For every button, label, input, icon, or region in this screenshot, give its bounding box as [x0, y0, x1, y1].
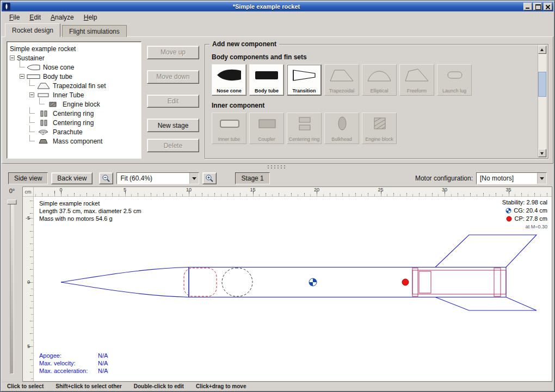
- vertical-ruler: -5 0 5: [23, 197, 34, 381]
- zoom-out-button[interactable]: [99, 172, 113, 184]
- scroll-up-icon[interactable]: [538, 46, 546, 54]
- tree-item-centering-ring-1[interactable]: Centering ring: [8, 109, 140, 118]
- design-panel: Simple example rocket Sustainer Nose con…: [2, 36, 553, 164]
- tree-item-mass-component[interactable]: Mass component: [8, 136, 140, 146]
- menu-edit[interactable]: Edit: [25, 13, 45, 22]
- add-trapezoidal-fin-button[interactable]: Trapezoidal: [324, 64, 359, 96]
- freeform-fin-icon: [403, 67, 430, 85]
- slider-handle[interactable]: [8, 200, 17, 204]
- add-nose-cone-button[interactable]: Nose cone: [212, 64, 246, 96]
- tab-rocket-design[interactable]: Rocket design: [5, 23, 60, 37]
- maximize-button[interactable]: [533, 3, 542, 10]
- app-icon[interactable]: [3, 3, 10, 10]
- tree-item-engine-block[interactable]: Engine block: [8, 99, 140, 109]
- stability-info: Stability: 2.98 cal CG: 20.4 cm CP: 27.8…: [502, 198, 547, 231]
- tree-connector: [39, 98, 45, 104]
- edit-button[interactable]: Edit: [147, 95, 199, 108]
- move-down-button[interactable]: Move down: [147, 70, 199, 84]
- add-transition-button[interactable]: Transition: [287, 64, 322, 96]
- zoom-select[interactable]: Fit (60.4%): [116, 172, 199, 184]
- add-centering-ring-button[interactable]: Centering ring: [287, 113, 322, 144]
- elliptical-fin-icon: [366, 67, 393, 85]
- main-window: *Simple example rocket File Edit Analyze…: [0, 0, 555, 392]
- collapse-handle-icon[interactable]: [20, 74, 24, 79]
- add-elliptical-fin-button[interactable]: Elliptical: [362, 64, 397, 96]
- mass-component-outline[interactable]: [222, 268, 252, 296]
- zoom-in-button[interactable]: [202, 172, 217, 184]
- scrollbar-thumb[interactable]: [538, 72, 546, 97]
- tree-actions: Move up Move down Edit New stage Delete: [147, 41, 199, 159]
- rocket-name: Simple example rocket: [39, 200, 141, 207]
- rotation-control: 0°: [2, 186, 22, 382]
- add-body-tube-button[interactable]: Body tube: [249, 64, 284, 96]
- motor-config-select[interactable]: [No motors]: [476, 172, 547, 184]
- move-up-button[interactable]: Move up: [147, 46, 199, 59]
- top-fin[interactable]: [435, 235, 536, 267]
- inner-tube-icon: [215, 115, 243, 134]
- tree-item-sustainer[interactable]: Sustainer: [8, 53, 140, 63]
- tree-connector: [29, 135, 35, 141]
- motor-config-area: Motor configuration: [No motors]: [415, 172, 547, 184]
- chevron-down-icon[interactable]: [189, 173, 199, 184]
- close-button[interactable]: [544, 3, 552, 10]
- chevron-down-icon[interactable]: [537, 173, 546, 184]
- tree-item-centering-ring-2[interactable]: Centering ring: [8, 118, 140, 127]
- delete-button[interactable]: Delete: [147, 139, 199, 152]
- horizontal-ruler: 0 5 10 15 20 25 30 35: [34, 187, 552, 197]
- bottom-fin[interactable]: [435, 297, 536, 311]
- rocket-mass: Mass with no motors 54.6 g: [39, 215, 141, 222]
- centering-ring-fore-outline: [412, 268, 418, 296]
- rocket-drawing: [34, 197, 552, 381]
- side-view-button[interactable]: Side view: [8, 172, 48, 184]
- tab-flight-simulations[interactable]: Flight simulations: [62, 25, 127, 37]
- inner-components[interactable]: [412, 268, 506, 296]
- inner-tube-outline: [412, 270, 506, 294]
- component-tree[interactable]: Simple example rocket Sustainer Nose con…: [7, 41, 141, 159]
- add-bulkhead-button[interactable]: Bulkhead: [324, 113, 359, 144]
- tree-item-body-tube[interactable]: Body tube: [8, 72, 140, 81]
- transition-icon: [291, 67, 318, 85]
- mach-condition: at M=0.30: [502, 223, 547, 231]
- inner-component-section-label: Inner component: [212, 102, 534, 109]
- add-launch-lug-button[interactable]: Launch lug: [437, 64, 472, 96]
- scroll-down-icon[interactable]: [538, 149, 546, 157]
- add-freeform-fin-button[interactable]: Freeform: [399, 64, 434, 96]
- add-engine-block-button[interactable]: Engine block: [362, 113, 397, 144]
- tree-item-inner-tube[interactable]: Inner Tube: [8, 90, 140, 99]
- tree-item-nose-cone[interactable]: Nose cone: [8, 63, 140, 72]
- menu-analyze[interactable]: Analyze: [46, 13, 78, 22]
- nose-cone-icon: [215, 67, 243, 85]
- cp-value: CP: 27.8 cm: [514, 215, 547, 223]
- tree-item-fin-set[interactable]: Trapezoidal fin set: [8, 81, 140, 90]
- centering-ring-icon: [36, 120, 51, 126]
- minimize-button[interactable]: [523, 3, 532, 10]
- component-scrollbar[interactable]: [538, 46, 546, 157]
- collapse-handle-icon[interactable]: [10, 55, 15, 60]
- collapse-handle-icon[interactable]: [29, 92, 34, 97]
- menu-file[interactable]: File: [5, 13, 24, 22]
- rotation-slider[interactable]: [2, 195, 22, 377]
- window-title: *Simple example rocket: [10, 2, 522, 11]
- new-stage-button[interactable]: New stage: [147, 119, 199, 132]
- design-split-handle[interactable]: [2, 164, 553, 170]
- add-inner-tube-button[interactable]: Inner tube: [212, 113, 246, 144]
- hint-bar: Click to select Shift+click to select ot…: [2, 382, 553, 390]
- stage-1-toggle[interactable]: Stage 1: [235, 172, 269, 184]
- menu-bar: File Edit Analyze Help: [2, 11, 553, 23]
- body-components-section-label: Body components and fin sets: [212, 53, 534, 61]
- slider-track[interactable]: [10, 201, 14, 374]
- engine-block-outline: [419, 271, 431, 293]
- menu-help[interactable]: Help: [79, 13, 102, 22]
- tree-item-rocket[interactable]: Simple example rocket: [8, 44, 140, 53]
- acceleration-value: N/A: [98, 367, 108, 375]
- tree-connector: [29, 107, 35, 114]
- rocket-outline[interactable]: [61, 235, 536, 310]
- cg-marker: [309, 278, 317, 286]
- add-coupler-button[interactable]: Coupler: [249, 113, 284, 144]
- hint-drag: Click+drag to move: [196, 383, 246, 389]
- centering-ring-icon: [291, 115, 318, 134]
- rocket-canvas[interactable]: Simple example rocket Length 37.5 cm, ma…: [34, 197, 552, 381]
- back-view-button[interactable]: Back view: [51, 172, 92, 184]
- launch-lug-icon: [441, 67, 468, 85]
- tree-item-parachute[interactable]: Parachute: [8, 127, 140, 136]
